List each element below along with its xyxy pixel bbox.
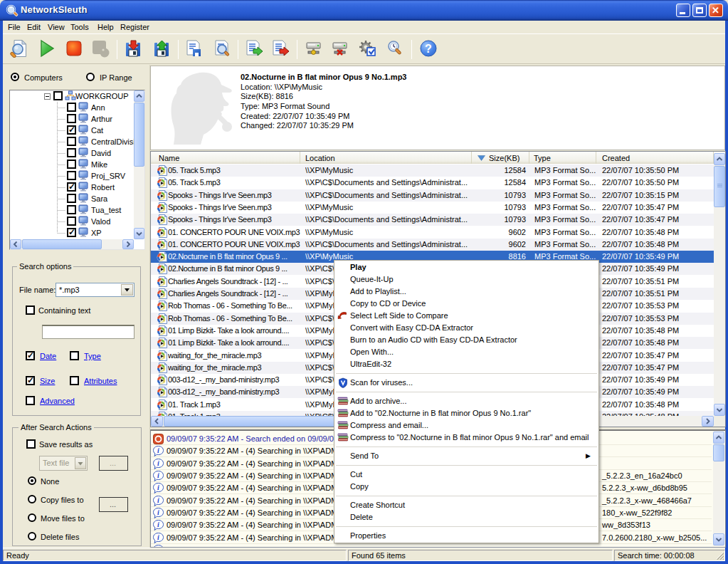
svg-text:?: ? bbox=[425, 43, 432, 55]
